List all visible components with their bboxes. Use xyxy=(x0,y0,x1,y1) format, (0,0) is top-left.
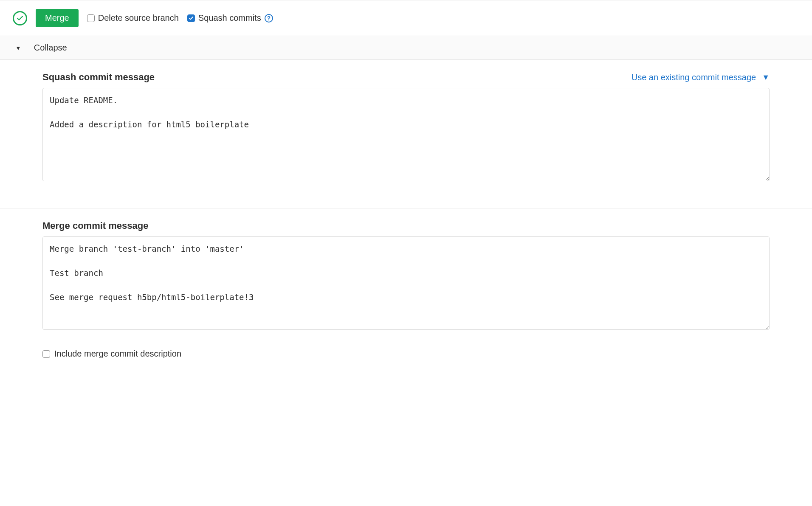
squash-section-title: Squash commit message xyxy=(42,72,155,83)
include-merge-description-option[interactable]: Include merge commit description xyxy=(0,340,812,376)
delete-source-branch-option[interactable]: Delete source branch xyxy=(87,13,179,23)
squash-commits-label: Squash commits xyxy=(198,13,261,23)
merge-action-bar: Merge Delete source branch Squash commit… xyxy=(0,0,812,36)
collapse-label: Collapse xyxy=(34,43,67,53)
checkbox-unchecked-icon[interactable] xyxy=(87,14,95,22)
delete-branch-label: Delete source branch xyxy=(98,13,179,23)
merge-commit-section: Merge commit message xyxy=(0,208,812,340)
chevron-down-icon: ▼ xyxy=(762,73,770,82)
include-description-label: Include merge commit description xyxy=(54,349,181,359)
chevron-down-icon[interactable]: ▼ xyxy=(15,45,21,51)
merge-commit-message-input[interactable] xyxy=(42,236,770,330)
help-icon[interactable]: ? xyxy=(265,14,273,22)
squash-commits-option[interactable]: Squash commits ? xyxy=(187,13,273,23)
status-success-icon xyxy=(13,11,27,25)
merge-button[interactable]: Merge xyxy=(36,9,79,27)
checkbox-checked-icon[interactable] xyxy=(187,14,195,22)
collapse-bar[interactable]: ▼ Collapse xyxy=(0,36,812,60)
use-existing-commit-link[interactable]: Use an existing commit message ▼ xyxy=(632,73,770,82)
squash-commit-section: Squash commit message Use an existing co… xyxy=(0,60,812,208)
use-existing-label: Use an existing commit message xyxy=(632,73,756,82)
squash-commit-message-input[interactable] xyxy=(42,88,770,181)
checkbox-unchecked-icon[interactable] xyxy=(42,350,50,358)
merge-section-title: Merge commit message xyxy=(42,220,148,231)
